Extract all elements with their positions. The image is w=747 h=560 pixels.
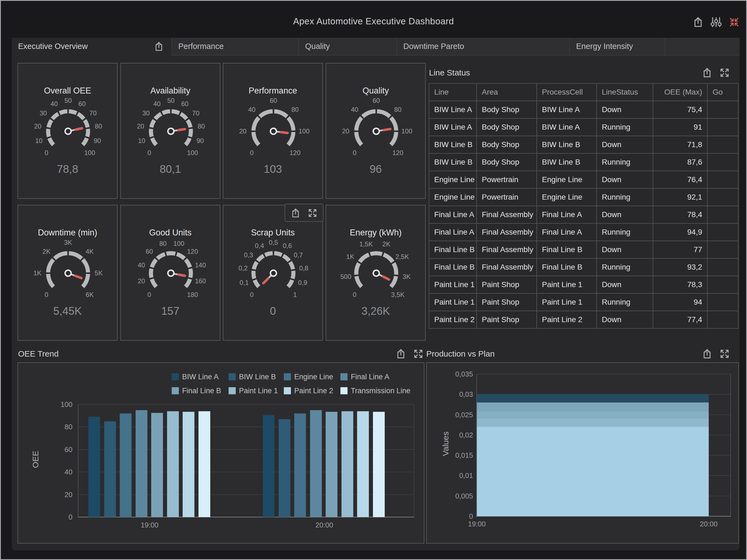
table-cell: Paint Shop — [476, 294, 537, 311]
tab-performance[interactable]: Performance — [172, 38, 298, 55]
legend-item-transmission-line[interactable]: Transmission Line — [351, 387, 410, 394]
bar-biw-line-a[interactable] — [263, 415, 275, 517]
gauge-title: Good Units — [121, 228, 220, 238]
bar-final-line-a[interactable] — [136, 410, 147, 517]
table-cell: BIW Line B — [537, 153, 597, 171]
table-cell: 71,8 — [653, 136, 707, 153]
table-cell: Running — [597, 258, 653, 276]
table-row[interactable]: BIW Line BBody ShopBIW Line BRunning87,6 — [429, 153, 738, 171]
tab-quality[interactable]: Quality — [298, 38, 396, 55]
table-row[interactable]: Final Line BFinal AssemblyFinal Line BDo… — [429, 241, 738, 258]
stacked-area-band[interactable] — [477, 418, 709, 427]
gauge-value: 0 — [223, 305, 323, 317]
table-row[interactable]: BIW Line BBody ShopBIW Line BDown71,8 — [429, 136, 738, 153]
gridline — [78, 404, 414, 405]
legend-item-biw-line-b[interactable]: BIW Line B — [239, 373, 276, 380]
svg-text:40: 40 — [248, 106, 256, 113]
tab-energy-intensity[interactable]: Energy Intensity — [569, 38, 664, 55]
bar-transmission-line[interactable] — [199, 411, 210, 517]
svg-text:100: 100 — [187, 149, 198, 156]
production-expand-icon[interactable] — [719, 348, 730, 360]
bar-biw-line-b[interactable] — [104, 422, 116, 517]
legend-item-paint-line-1[interactable]: Paint Line 1 — [239, 387, 278, 394]
stacked-area-band[interactable] — [477, 403, 709, 411]
gauge-share-icon[interactable] — [290, 207, 301, 219]
bar-biw-line-a[interactable] — [88, 417, 100, 517]
filter-sliders-icon[interactable] — [710, 16, 722, 28]
legend-swatch — [229, 373, 236, 380]
y-tick-label: 0,03 — [446, 390, 473, 399]
table-row[interactable]: BIW Line ABody ShopBIW Line ADown75,4 — [429, 101, 738, 119]
legend-item-engine-line[interactable]: Engine Line — [294, 373, 333, 380]
production-share-icon[interactable] — [701, 348, 713, 360]
export-icon[interactable] — [692, 16, 704, 28]
legend-item-final-line-b[interactable]: Final Line B — [182, 387, 221, 394]
bar-paint-line-1[interactable] — [167, 411, 179, 517]
table-cell — [707, 153, 738, 171]
legend-item-final-line-a[interactable]: Final Line A — [351, 373, 389, 380]
bar-engine-line[interactable] — [294, 413, 306, 517]
gauge-hover-toolbar — [285, 204, 324, 222]
table-cell: 94,9 — [653, 223, 707, 241]
table-row[interactable]: Final Line AFinal AssemblyFinal Line ARu… — [429, 223, 738, 241]
table-row[interactable]: Paint Line 2Paint ShopPaint Line 2Down77… — [429, 311, 738, 328]
stacked-area-band[interactable] — [477, 411, 709, 419]
svg-text:20: 20 — [239, 127, 247, 135]
table-cell — [707, 206, 738, 223]
table-cell — [707, 258, 738, 276]
table-row[interactable]: Paint Line 1Paint ShopPaint Line 1Runnin… — [429, 294, 738, 311]
svg-text:20: 20 — [138, 277, 145, 285]
bar-biw-line-b[interactable] — [279, 419, 290, 517]
gauge-title: Availability — [121, 86, 220, 96]
bar-paint-line-1[interactable] — [341, 411, 353, 517]
collapse-window-icon[interactable] — [728, 16, 740, 28]
bar-final-line-a[interactable] — [310, 410, 322, 517]
stacked-area-band[interactable] — [477, 427, 709, 516]
table-cell: BIW Line B — [429, 136, 476, 153]
table-cell: 78,4 — [653, 206, 707, 223]
column-header-line[interactable]: Line — [429, 83, 476, 101]
production-title: Production vs Plan — [426, 349, 495, 358]
bar-engine-line[interactable] — [120, 413, 131, 517]
table-row[interactable]: Final Line AFinal AssemblyFinal Line ADo… — [429, 206, 738, 223]
legend-item-biw-line-a[interactable]: BIW Line A — [182, 373, 219, 380]
table-cell: Final Assembly — [476, 258, 537, 276]
svg-text:0: 0 — [147, 291, 151, 298]
svg-text:0,3: 0,3 — [244, 251, 253, 259]
stacked-area-band[interactable] — [477, 394, 709, 403]
line-status-share-icon[interactable] — [701, 67, 713, 78]
gauge-expand-icon[interactable] — [307, 207, 318, 219]
line-status-expand-icon[interactable] — [719, 67, 730, 78]
table-cell: BIW Line A — [429, 101, 476, 119]
svg-text:3K: 3K — [403, 273, 410, 280]
column-header-linestatus[interactable]: LineStatus — [597, 83, 653, 101]
table-row[interactable]: BIW Line ABody ShopBIW Line ARunning91 — [429, 119, 738, 136]
table-cell — [707, 119, 738, 136]
bar-final-line-b[interactable] — [326, 412, 337, 517]
oee-trend-share-icon[interactable] — [395, 348, 407, 360]
table-row[interactable]: Engine LinePowertrainEngine LineRunning9… — [429, 188, 738, 206]
table-row[interactable]: Paint Line 1Paint ShopPaint Line 1Down78… — [429, 276, 738, 294]
tab-executive-overview[interactable]: Executive Overview — [12, 38, 172, 55]
y-tick-label: 0,035 — [446, 370, 473, 378]
column-header-go[interactable]: Go — [707, 83, 738, 101]
y-tick-label: 80 — [45, 423, 73, 431]
bar-paint-line-2[interactable] — [357, 411, 369, 517]
svg-text:4K: 4K — [85, 248, 94, 255]
table-row[interactable]: Engine LinePowertrainEngine LineDown76,4 — [429, 171, 738, 188]
bar-transmission-line[interactable] — [373, 412, 385, 517]
table-row[interactable]: Final Line BFinal AssemblyFinal Line BRu… — [429, 258, 738, 276]
svg-text:2,5K: 2,5K — [395, 253, 409, 260]
active-tab-share-icon[interactable] — [153, 41, 164, 52]
column-header-area[interactable]: Area — [476, 83, 537, 101]
svg-text:60: 60 — [270, 97, 277, 104]
legend-item-paint-line-2[interactable]: Paint Line 2 — [294, 387, 333, 394]
column-header-oee-max-[interactable]: OEE (Max) — [653, 83, 707, 101]
y-axis-title: Values — [441, 425, 450, 463]
column-header-processcell[interactable]: ProcessCell — [537, 83, 597, 101]
oee-trend-expand-icon[interactable] — [413, 348, 424, 360]
tab-downtime-pareto[interactable]: Downtime Pareto — [396, 38, 569, 55]
bar-paint-line-2[interactable] — [183, 412, 195, 517]
bar-final-line-b[interactable] — [151, 413, 163, 517]
svg-text:50: 50 — [168, 97, 175, 104]
